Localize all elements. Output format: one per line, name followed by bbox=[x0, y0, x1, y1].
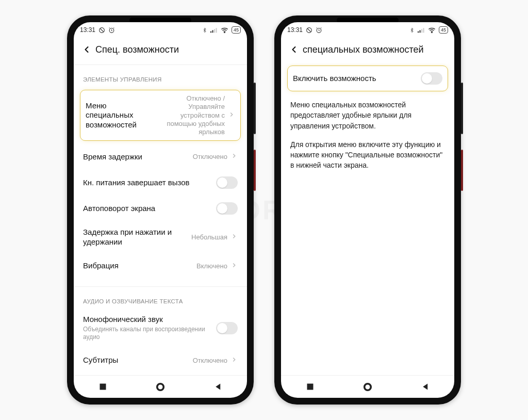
toggle-mono-audio[interactable] bbox=[216, 322, 238, 334]
row-power-end-call[interactable]: Кн. питания завершает вызов bbox=[81, 170, 240, 196]
bluetooth-icon bbox=[202, 27, 207, 34]
svg-rect-14 bbox=[418, 31, 419, 33]
row-title: Задержка при нажатии и удержании bbox=[83, 228, 191, 247]
phone-left: 13:31 45 Спец. возможности bbox=[67, 15, 254, 405]
row-subtitles[interactable]: Субтитры Отключено bbox=[81, 348, 240, 374]
row-title: Время задержки bbox=[83, 152, 193, 162]
svg-line-12 bbox=[307, 28, 311, 32]
row-subtitle: Объединять каналы при воспроизведении ау… bbox=[83, 326, 216, 342]
back-button[interactable] bbox=[78, 41, 95, 58]
screen-left: 13:31 45 Спец. возможности bbox=[74, 22, 247, 398]
row-accessibility-menu[interactable]: Меню специальных возможностей Отключено … bbox=[80, 90, 241, 141]
description-paragraph-2: Для открытия меню включите эту функцию и… bbox=[288, 134, 447, 174]
toggle-power-end-call[interactable] bbox=[216, 176, 238, 189]
square-icon bbox=[306, 383, 314, 391]
back-button[interactable] bbox=[285, 41, 303, 58]
svg-rect-5 bbox=[214, 29, 215, 33]
chevron-right-icon bbox=[230, 152, 238, 161]
row-title: Меню специальных возможностей bbox=[86, 101, 153, 130]
nav-bar bbox=[281, 375, 454, 398]
power-button bbox=[254, 150, 256, 191]
row-touch-hold-delay[interactable]: Задержка при нажатии и удержании Небольш… bbox=[81, 221, 240, 253]
dnd-icon bbox=[98, 27, 105, 34]
page-title: специальных возможностей bbox=[303, 44, 424, 55]
svg-rect-15 bbox=[419, 30, 420, 33]
signal-icon bbox=[418, 27, 425, 33]
row-title: Вибрация bbox=[83, 261, 196, 271]
status-time: 13:31 bbox=[287, 26, 303, 34]
svg-rect-4 bbox=[212, 30, 213, 33]
page-title: Спец. возможности bbox=[95, 44, 179, 55]
row-enable-feature[interactable]: Включить возможность bbox=[287, 66, 448, 91]
nav-recent[interactable] bbox=[300, 377, 320, 397]
alarm-icon bbox=[108, 27, 115, 34]
circle-icon bbox=[156, 382, 165, 392]
row-value: Включено bbox=[196, 262, 227, 270]
row-mono-audio[interactable]: Монофонический звук Объединять каналы пр… bbox=[81, 309, 240, 348]
row-title: Автоповорот экрана bbox=[83, 204, 216, 214]
nav-back[interactable] bbox=[415, 377, 436, 397]
svg-point-7 bbox=[224, 32, 225, 33]
row-delay-time[interactable]: Время задержки Отключено bbox=[81, 144, 240, 170]
row-auto-rotate[interactable]: Автоповорот экрана bbox=[81, 196, 240, 221]
nav-recent[interactable] bbox=[92, 377, 113, 397]
chevron-left-icon bbox=[81, 44, 92, 55]
svg-rect-17 bbox=[423, 28, 424, 33]
header: Спец. возможности bbox=[74, 38, 247, 63]
battery-indicator: 45 bbox=[232, 26, 241, 34]
svg-marker-10 bbox=[216, 384, 220, 390]
svg-rect-6 bbox=[216, 28, 217, 33]
status-bar: 13:31 45 bbox=[74, 22, 247, 38]
power-button bbox=[461, 150, 463, 191]
row-value: Небольшая bbox=[191, 233, 227, 241]
content-area: Включить возможность Меню специальных во… bbox=[281, 63, 454, 375]
screen-right: 13:31 45 специальных возможностей bbox=[281, 22, 454, 398]
row-title: Кн. питания завершает вызов bbox=[83, 178, 216, 188]
chevron-right-icon bbox=[230, 233, 238, 242]
nav-back[interactable] bbox=[208, 377, 228, 397]
svg-line-1 bbox=[100, 28, 104, 32]
triangle-left-icon bbox=[422, 383, 430, 391]
chevron-right-icon bbox=[230, 356, 238, 365]
chevron-right-icon bbox=[230, 262, 238, 271]
battery-indicator: 45 bbox=[439, 26, 448, 34]
header: специальных возможностей bbox=[281, 38, 454, 63]
dnd-icon bbox=[306, 27, 312, 34]
phone-pair: 13:31 45 Спец. возможности bbox=[0, 0, 528, 405]
section-audio-label: АУДИО И ОЗВУЧИВАНИЕ ТЕКСТА bbox=[81, 287, 240, 309]
row-value: Отключено bbox=[193, 357, 227, 365]
nav-bar bbox=[74, 375, 247, 398]
description-paragraph-1: Меню специальных возможностей предоставл… bbox=[288, 94, 447, 134]
wifi-icon bbox=[221, 27, 228, 33]
status-bar: 13:31 45 bbox=[281, 22, 454, 38]
row-value: Отключено bbox=[193, 153, 227, 161]
row-vibration[interactable]: Вибрация Включено bbox=[81, 253, 240, 279]
bluetooth-icon bbox=[409, 27, 415, 34]
alarm-icon bbox=[316, 27, 322, 34]
signal-icon bbox=[210, 27, 218, 33]
nav-home[interactable] bbox=[357, 377, 378, 397]
row-title: Включить возможность bbox=[293, 74, 421, 84]
svg-marker-21 bbox=[423, 384, 427, 390]
nav-home[interactable] bbox=[150, 377, 171, 397]
triangle-left-icon bbox=[214, 383, 222, 391]
svg-rect-19 bbox=[307, 384, 313, 390]
volume-button bbox=[254, 83, 256, 134]
toggle-enable-feature[interactable] bbox=[421, 72, 442, 85]
row-title: Монофонический звук bbox=[83, 315, 216, 325]
chevron-left-icon bbox=[289, 44, 299, 55]
svg-rect-3 bbox=[210, 31, 211, 33]
svg-point-18 bbox=[432, 32, 432, 33]
phone-right: 13:31 45 специальных возможностей bbox=[274, 15, 461, 405]
circle-icon bbox=[363, 382, 372, 392]
row-title: Субтитры bbox=[83, 356, 193, 365]
svg-rect-16 bbox=[421, 29, 422, 33]
section-controls-label: ЭЛЕМЕНТЫ УПРАВЛЕНИЯ bbox=[81, 65, 240, 87]
svg-rect-8 bbox=[100, 384, 106, 390]
toggle-auto-rotate[interactable] bbox=[216, 202, 238, 215]
wifi-icon bbox=[428, 27, 436, 33]
volume-button bbox=[461, 83, 463, 134]
square-icon bbox=[99, 383, 107, 391]
chevron-right-icon bbox=[228, 111, 235, 120]
status-time: 13:31 bbox=[80, 26, 95, 34]
